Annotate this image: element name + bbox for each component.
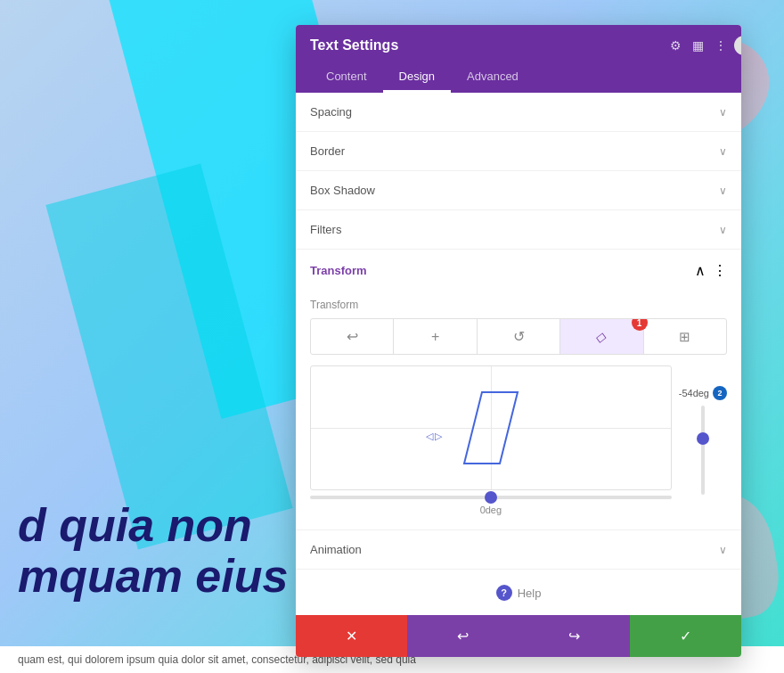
- border-section: Border ∨: [296, 132, 741, 171]
- svg-marker-0: [464, 392, 518, 464]
- undo-button[interactable]: ↩: [407, 615, 519, 657]
- left-content: d quia non mquam eius: [18, 500, 288, 602]
- skew-shape: [455, 383, 527, 472]
- close-icon: ×: [740, 39, 741, 52]
- transform-chevron-up: ∧: [695, 262, 706, 279]
- transform-header-icons: ∧ ⋮: [695, 262, 727, 279]
- undo-icon: ↩: [457, 628, 469, 644]
- spacing-section: Spacing ∨: [296, 93, 741, 132]
- animation-label: Animation: [310, 543, 362, 556]
- right-arrow-icon: ▷: [435, 431, 442, 442]
- border-header[interactable]: Border ∨: [296, 132, 741, 170]
- cancel-icon: ✕: [346, 628, 357, 644]
- panel-header: Text Settings ⚙ ▦ ⋮ Content Design Advan…: [296, 25, 741, 93]
- spacing-label: Spacing: [310, 105, 352, 119]
- box-shadow-section: Box Shadow ∨: [296, 171, 741, 210]
- origin-icon: ⊞: [679, 329, 690, 345]
- skew-x-slider-track[interactable]: [310, 496, 672, 499]
- animation-section: Animation ∨: [296, 530, 741, 570]
- more-options-icon[interactable]: ⋮: [715, 38, 727, 53]
- skew-icon: ◇: [594, 329, 609, 345]
- spacing-header[interactable]: Spacing ∨: [296, 93, 741, 131]
- transform-header[interactable]: Transform ∧ ⋮: [296, 250, 741, 291]
- scale-icon: ↺: [513, 328, 525, 345]
- help-label: Help: [518, 587, 542, 600]
- panel-body: Spacing ∨ Border ∨ Box Shadow ∨ Filters …: [296, 93, 741, 615]
- animation-chevron: ∨: [719, 544, 727, 556]
- transform-visual: ◁ ▷: [310, 365, 672, 490]
- help-icon: ?: [496, 585, 512, 601]
- panel-footer: ✕ ↩ ↪ ✓: [296, 615, 741, 657]
- filters-section: Filters ∨: [296, 210, 741, 250]
- settings-icon[interactable]: ⚙: [670, 38, 682, 53]
- transform-visual-wrapper: ◁ ▷ 0deg: [310, 365, 672, 515]
- border-label: Border: [310, 144, 345, 158]
- transform-section: Transform ∧ ⋮ Transform ↩ +: [296, 250, 741, 530]
- transform-title: Transform: [310, 264, 367, 277]
- transform-tool-rotate[interactable]: ↩: [311, 319, 394, 354]
- skew-x-badge: 2: [713, 386, 727, 400]
- left-heading-line2: mquam eius: [18, 551, 288, 602]
- settings-panel: × Text Settings ⚙ ▦ ⋮ Content Design Adv…: [296, 25, 741, 657]
- animation-header[interactable]: Animation ∨: [296, 530, 741, 569]
- transform-tool-translate[interactable]: +: [394, 319, 477, 354]
- border-chevron: ∨: [719, 145, 727, 158]
- drag-handle[interactable]: ◁ ▷: [426, 431, 442, 442]
- left-arrow-icon: ◁: [426, 431, 433, 442]
- box-shadow-label: Box Shadow: [310, 184, 375, 197]
- filters-header[interactable]: Filters ∨: [296, 210, 741, 249]
- left-heading-line1: d quia non: [18, 500, 288, 551]
- panel-tabs: Content Design Advanced: [310, 62, 727, 93]
- redo-icon: ↪: [568, 628, 580, 644]
- tab-advanced[interactable]: Advanced: [451, 62, 535, 93]
- right-slider-container: -54deg 2: [679, 386, 727, 495]
- redo-button[interactable]: ↪: [519, 615, 630, 657]
- save-icon: ✓: [680, 628, 691, 644]
- box-shadow-header[interactable]: Box Shadow ∨: [296, 171, 741, 209]
- box-shadow-chevron: ∨: [719, 185, 727, 197]
- skew-x-slider-thumb[interactable]: [485, 491, 497, 504]
- rotate-icon: ↩: [347, 328, 358, 345]
- skew-x-slider-label: 0deg: [310, 505, 672, 515]
- transform-visual-container: ◁ ▷ 0deg: [310, 365, 727, 515]
- help-section: ? Help: [296, 570, 741, 615]
- transform-field-label: Transform: [310, 299, 727, 311]
- transform-tool-origin[interactable]: ⊞: [644, 319, 726, 354]
- skew-y-slider-track[interactable]: [701, 406, 705, 495]
- help-button[interactable]: ? Help: [496, 585, 542, 601]
- tab-content[interactable]: Content: [310, 62, 383, 93]
- filters-label: Filters: [310, 223, 341, 236]
- panel-header-icons: ⚙ ▦ ⋮: [670, 38, 727, 53]
- tab-design[interactable]: Design: [383, 62, 451, 93]
- filters-chevron: ∨: [719, 224, 727, 236]
- layout-icon[interactable]: ▦: [692, 38, 704, 53]
- translate-icon: +: [431, 329, 439, 345]
- bottom-slider-container: 0deg: [310, 496, 672, 515]
- panel-title-row: Text Settings ⚙ ▦ ⋮: [310, 37, 727, 53]
- cancel-button[interactable]: ✕: [296, 615, 407, 657]
- panel-title: Text Settings: [310, 37, 398, 53]
- save-button[interactable]: ✓: [630, 615, 741, 657]
- skew-x-value: -54deg: [679, 388, 709, 398]
- skew-y-slider-thumb[interactable]: [697, 432, 709, 445]
- spacing-chevron: ∨: [719, 106, 727, 119]
- skew-x-value-label: -54deg 2: [679, 386, 727, 400]
- transform-dots[interactable]: ⋮: [713, 262, 727, 279]
- transform-tools: ↩ + ↺ ◇ 1: [310, 318, 727, 355]
- transform-tool-scale[interactable]: ↺: [478, 319, 560, 354]
- transform-content: Transform ↩ + ↺: [296, 291, 741, 529]
- transform-tool-skew[interactable]: ◇ 1: [560, 319, 643, 354]
